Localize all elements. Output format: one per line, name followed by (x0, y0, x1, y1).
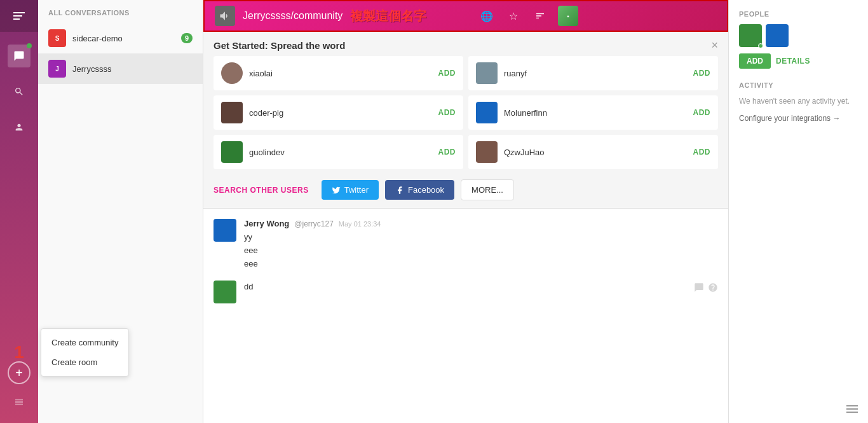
qzwjuhao-name: QzwJuHao (504, 148, 687, 157)
molunerfinn-avatar (476, 102, 498, 123)
close-panel-button[interactable]: × (711, 39, 718, 51)
activity-section-title: ACTIVITY (739, 81, 858, 89)
message-text-2: dd (244, 281, 718, 294)
user-card-qzwjuhao: QzwJuHao ADD (468, 135, 718, 169)
user-card-ruanyf: ruanyf ADD (468, 56, 718, 90)
molunerfinn-add-button[interactable]: ADD (693, 108, 711, 117)
conversations-icon[interactable] (8, 45, 31, 67)
conversation-item-sidecar[interactable]: S sidecar-demo 9 (38, 23, 203, 53)
panel-title: Get Started: Spread the word (214, 40, 346, 51)
user-card-xiaolai: xiaolai ADD (214, 56, 463, 90)
people-actions: ADD DETAILS (739, 53, 858, 69)
conversation-item-jerrycssss[interactable]: J Jerrycssss (38, 53, 203, 84)
icon-sidebar: 1 + Create community Create room (0, 0, 38, 423)
qzwjuhao-add-button[interactable]: ADD (693, 148, 711, 156)
activity-section: ACTIVITY We haven't seen any activity ye… (739, 81, 858, 123)
molunerfinn-name: Molunerfinn (504, 108, 687, 118)
room-avatar (215, 6, 235, 26)
people-section-title: PEOPLE (739, 10, 858, 18)
messages-area: Jerry Wong @jerryc127 May 01 23:34 yyeee… (203, 209, 728, 324)
message-text-1: yyeeeeee (244, 231, 718, 270)
online-dot-1 (758, 43, 763, 48)
create-community-item[interactable]: Create community (41, 333, 128, 352)
twitter-share-button[interactable]: Twitter (322, 180, 379, 200)
people-icon[interactable] (8, 116, 31, 139)
app: 1 + Create community Create room ALL CON… (0, 0, 868, 423)
search-icon[interactable] (8, 80, 31, 103)
twitter-label: Twitter (344, 185, 369, 195)
user-card-guolindev: guolindev ADD (214, 135, 463, 169)
number-label: 1 (14, 342, 24, 363)
message-content-2: dd (244, 281, 718, 294)
ruanyf-avatar (476, 62, 498, 84)
qzwjuhao-avatar (476, 141, 498, 163)
coder-pig-avatar (221, 102, 243, 123)
star-icon[interactable]: ☆ (505, 7, 522, 25)
panel-header: Get Started: Spread the word × (203, 32, 728, 56)
logo-area (0, 0, 38, 32)
coder-pig-name: coder-pig (249, 108, 432, 118)
ruanyf-name: ruanyf (504, 69, 687, 78)
message-avatar-2 (214, 281, 236, 303)
chinese-text: 複製這個名字 (350, 8, 426, 25)
people-section: PEOPLE ADD DETAILS (739, 10, 858, 69)
sidecar-avatar: S (48, 29, 66, 47)
message-action-icons (694, 282, 718, 293)
get-started-panel: Get Started: Spread the word × xiaolai A… (203, 32, 728, 209)
users-grid: xiaolai ADD ruanyf ADD coder-pig ADD (203, 56, 728, 174)
user-card-molunerfinn: Molunerfinn ADD (468, 95, 718, 130)
people-add-button[interactable]: ADD (739, 53, 771, 69)
xiaolai-add-button[interactable]: ADD (438, 69, 456, 78)
guolindev-avatar (221, 141, 243, 163)
more-share-button[interactable]: MORE... (461, 179, 514, 200)
sidecar-badge: 9 (181, 33, 193, 43)
person-avatar-1 (739, 24, 762, 47)
message-item-2: dd (214, 281, 718, 303)
people-avatars (739, 24, 858, 47)
globe-icon[interactable]: 🌐 (478, 7, 496, 25)
menu-icon[interactable] (8, 391, 31, 413)
message-handle-1: @jerryc127 (294, 219, 334, 228)
sidebar-header: ALL CONVERSATIONS (38, 0, 203, 23)
message-content-1: Jerry Wong @jerryc127 May 01 23:34 yyeee… (244, 219, 718, 270)
xiaolai-name: xiaolai (249, 69, 432, 78)
room-title: Jerrycssss/community (243, 10, 342, 22)
add-popup-menu: Create community Create room (41, 328, 129, 377)
bottom-icons: 1 + Create community Create room (8, 361, 31, 423)
bars-icon (13, 12, 25, 20)
main-area: Jerrycssss/community 複製這個名字 🌐 ☆ ▪ Get St… (203, 0, 728, 423)
xiaolai-avatar (221, 62, 243, 84)
person-avatar-2 (766, 24, 789, 47)
panel-footer: SEARCH OTHER USERS Twitter Facebook MORE… (203, 174, 728, 208)
message-author-1: Jerry Wong (244, 219, 289, 228)
add-button[interactable]: + Create community Create room (8, 361, 31, 384)
jerry-avatar: J (48, 60, 66, 78)
user-card-coder-pig: coder-pig ADD (214, 95, 463, 130)
guolindev-add-button[interactable]: ADD (438, 148, 456, 156)
message-header-1: Jerry Wong @jerryc127 May 01 23:34 (244, 219, 718, 228)
configure-link[interactable]: Configure your integrations → (739, 114, 840, 123)
no-activity-text: We haven't seen any activity yet. (739, 95, 858, 107)
settings-icon[interactable] (531, 7, 549, 25)
sidecar-name: sidecar-demo (72, 34, 175, 43)
nav-icons (8, 32, 31, 361)
message-avatar-1 (214, 219, 236, 242)
facebook-share-button[interactable]: Facebook (385, 180, 454, 200)
message-item-1: Jerry Wong @jerryc127 May 01 23:34 yyeee… (214, 219, 718, 270)
guolindev-name: guolindev (249, 148, 432, 157)
create-room-item[interactable]: Create room (41, 352, 128, 372)
message-time-1: May 01 23:34 (339, 220, 381, 228)
hamburger-menu-icon[interactable] (846, 405, 858, 413)
gitter-logo (13, 12, 25, 20)
right-sidebar: PEOPLE ADD DETAILS ACTIVITY We haven't s… (728, 0, 868, 423)
user-profile-icon[interactable]: ▪ (558, 6, 578, 26)
main-content: Get Started: Spread the word × xiaolai A… (203, 32, 728, 423)
ruanyf-add-button[interactable]: ADD (693, 69, 711, 78)
main-header: Jerrycssss/community 複製這個名字 (203, 0, 728, 32)
jerry-name: Jerrycssss (72, 64, 193, 74)
facebook-label: Facebook (408, 185, 444, 195)
search-other-users-button[interactable]: SEARCH OTHER USERS (214, 186, 309, 195)
coder-pig-add-button[interactable]: ADD (438, 108, 456, 117)
people-details-button[interactable]: DETAILS (776, 53, 810, 69)
online-indicator (27, 43, 32, 48)
